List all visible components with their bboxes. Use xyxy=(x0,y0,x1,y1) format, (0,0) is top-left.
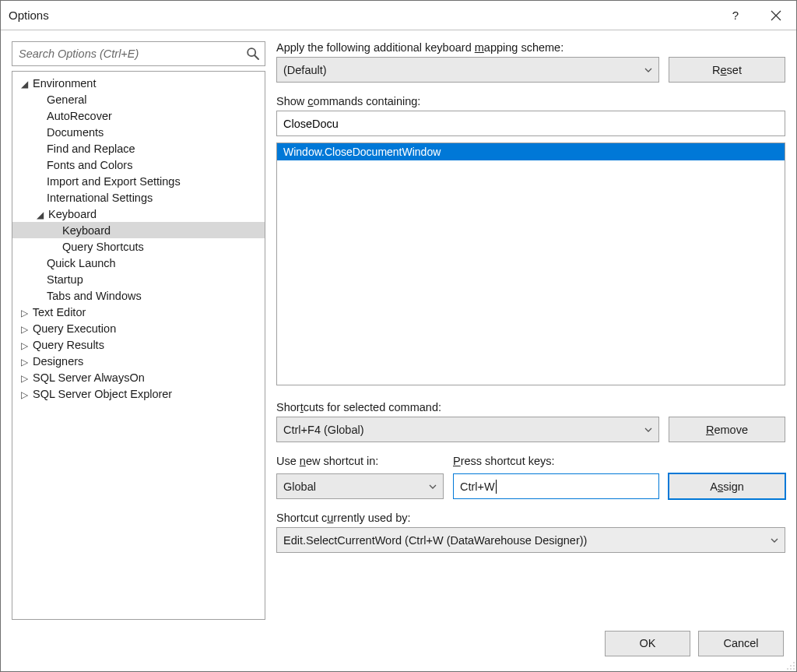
left-column: ◢ EnvironmentGeneralAutoRecoverDocuments… xyxy=(12,41,265,620)
commands-listbox[interactable]: Window.CloseDocumentWindow xyxy=(276,142,785,385)
remove-button[interactable]: Remove xyxy=(669,417,785,442)
expand-icon[interactable]: ▷ xyxy=(19,389,30,400)
close-button[interactable] xyxy=(756,1,796,30)
press-shortcut-label: Press shortcut keys: xyxy=(453,455,659,467)
mapping-scheme-combo[interactable]: (Default) xyxy=(276,57,659,83)
svg-point-6 xyxy=(793,668,795,670)
resize-grip[interactable] xyxy=(785,660,795,670)
tree-item-label: Import and Export Settings xyxy=(47,175,181,188)
tree-item-label: Startup xyxy=(47,273,83,286)
tree-item[interactable]: AutoRecover xyxy=(12,107,265,124)
mapping-scheme-value: (Default) xyxy=(283,64,327,76)
close-icon xyxy=(771,10,781,21)
shortcuts-label: Shortcuts for selected command: xyxy=(276,401,785,413)
search-input[interactable] xyxy=(12,42,265,65)
tree-item[interactable]: ▷ SQL Server AlwaysOn xyxy=(12,369,265,385)
tree-item-label: Query Shortcuts xyxy=(62,241,144,253)
list-item[interactable]: Window.CloseDocumentWindow xyxy=(277,143,785,160)
svg-point-2 xyxy=(790,665,792,667)
tree-item[interactable]: Startup xyxy=(12,271,265,287)
collapse-icon[interactable]: ◢ xyxy=(19,79,30,90)
chevron-down-icon xyxy=(427,481,438,492)
tree-item-label: Query Results xyxy=(33,339,104,351)
svg-point-3 xyxy=(793,665,795,667)
tree-item[interactable]: Import and Export Settings xyxy=(12,173,265,189)
tree-item[interactable]: International Settings xyxy=(12,189,265,206)
window-title: Options xyxy=(9,9,715,22)
show-commands-label: Show commands containing: xyxy=(276,95,785,107)
tree-item[interactable]: ▷ Query Execution xyxy=(12,320,265,336)
tree-item-label: Find and Replace xyxy=(47,142,135,155)
press-shortcut-value: Ctrl+W xyxy=(460,480,495,493)
chevron-down-icon xyxy=(643,65,654,76)
tree-item-label: Text Editor xyxy=(33,306,86,318)
show-commands-input[interactable] xyxy=(276,111,785,136)
text-caret xyxy=(496,480,497,494)
shortcuts-combo[interactable]: Ctrl+F4 (Global) xyxy=(276,417,659,442)
tree-item[interactable]: Find and Replace xyxy=(12,140,265,157)
use-new-shortcut-label: Use new shortcut in: xyxy=(276,455,444,467)
tree-item[interactable]: ▷ Designers xyxy=(12,353,265,369)
tree-item[interactable]: ▷ SQL Server Object Explorer xyxy=(12,385,265,402)
options-dialog: Options ? ◢ EnvironmentGeneralAutoRecove… xyxy=(0,0,797,672)
tree-item-label: Keyboard xyxy=(62,224,111,237)
used-by-value: Edit.SelectCurrentWord (Ctrl+W (DataWare… xyxy=(283,534,587,547)
tree-item-label: Fonts and Colors xyxy=(47,159,132,171)
tree-item-label: Tabs and Windows xyxy=(47,290,142,302)
mapping-scheme-label: Apply the following additional keyboard … xyxy=(276,41,785,54)
tree-item-label: AutoRecover xyxy=(47,110,112,122)
svg-point-4 xyxy=(787,668,788,670)
chevron-down-icon xyxy=(769,535,780,546)
tree-item[interactable]: Query Shortcuts xyxy=(12,238,265,255)
collapse-icon[interactable]: ◢ xyxy=(34,209,45,220)
expand-icon[interactable]: ▷ xyxy=(19,373,30,384)
tree-item[interactable]: ▷ Text Editor xyxy=(12,304,265,320)
ok-button[interactable]: OK xyxy=(605,631,690,656)
tree-item[interactable]: Keyboard xyxy=(12,222,265,238)
tree-item[interactable]: Documents xyxy=(12,124,265,140)
tree-item[interactable]: Quick Launch xyxy=(12,255,265,271)
tree-item-label: SQL Server AlwaysOn xyxy=(33,371,145,384)
use-new-shortcut-combo[interactable]: Global xyxy=(276,473,444,499)
expand-icon[interactable]: ▷ xyxy=(19,340,30,351)
tree-item[interactable]: Fonts and Colors xyxy=(12,157,265,173)
dialog-footer: OK Cancel xyxy=(1,626,796,671)
expand-icon[interactable]: ▷ xyxy=(19,357,30,368)
tree-item-label: Environment xyxy=(33,77,96,90)
used-by-label: Shortcut currently used by: xyxy=(276,512,785,524)
assign-button[interactable]: Assign xyxy=(669,473,785,499)
expand-icon[interactable]: ▷ xyxy=(19,308,30,318)
tree-item-label: International Settings xyxy=(47,192,153,204)
press-shortcut-input[interactable]: Ctrl+W xyxy=(453,473,659,499)
tree-item-label: Query Execution xyxy=(33,322,116,335)
reset-button[interactable]: Reset xyxy=(669,57,785,83)
titlebar: Options ? xyxy=(1,1,796,30)
search-box[interactable] xyxy=(12,41,265,66)
options-tree[interactable]: ◢ EnvironmentGeneralAutoRecoverDocuments… xyxy=(12,71,265,620)
svg-point-1 xyxy=(793,662,795,663)
right-column: Apply the following additional keyboard … xyxy=(276,41,785,620)
shortcuts-value: Ctrl+F4 (Global) xyxy=(283,424,364,436)
used-by-combo[interactable]: Edit.SelectCurrentWord (Ctrl+W (DataWare… xyxy=(276,527,785,553)
tree-item[interactable]: Tabs and Windows xyxy=(12,287,265,304)
tree-item[interactable]: ▷ Query Results xyxy=(12,336,265,353)
use-new-shortcut-value: Global xyxy=(283,480,316,493)
tree-item-label: Designers xyxy=(33,355,83,368)
tree-item[interactable]: General xyxy=(12,91,265,107)
tree-item-label: SQL Server Object Explorer xyxy=(33,388,172,400)
chevron-down-icon xyxy=(643,424,654,435)
svg-point-5 xyxy=(790,668,792,670)
tree-item[interactable]: ◢ Environment xyxy=(12,75,265,91)
tree-item-label: Keyboard xyxy=(48,208,97,220)
tree-item[interactable]: ◢ Keyboard xyxy=(12,206,265,222)
tree-item-label: General xyxy=(47,93,87,106)
cancel-button[interactable]: Cancel xyxy=(698,631,784,656)
tree-item-label: Quick Launch xyxy=(47,257,116,269)
expand-icon[interactable]: ▷ xyxy=(19,324,30,335)
tree-item-label: Documents xyxy=(47,126,104,139)
search-icon xyxy=(246,47,260,61)
help-button[interactable]: ? xyxy=(715,1,756,30)
